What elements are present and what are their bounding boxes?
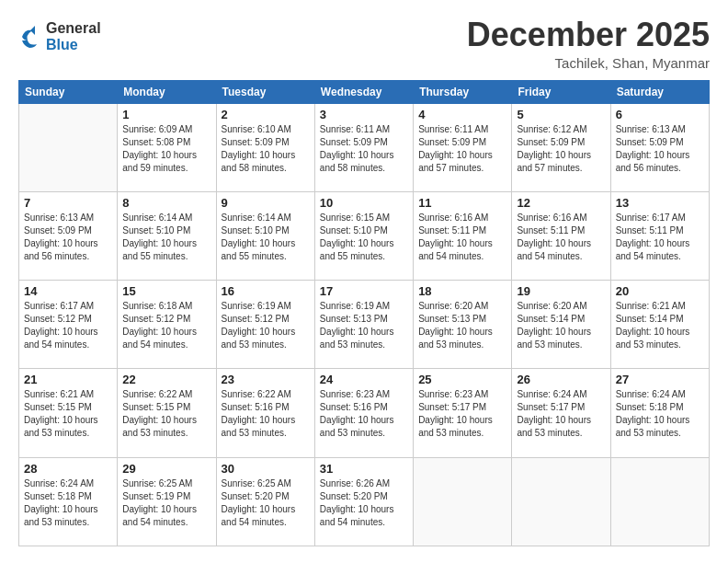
day-cell: 4Sunrise: 6:11 AMSunset: 5:09 PMDaylight… (414, 103, 512, 191)
day-number: 12 (517, 196, 605, 210)
day-cell: 22Sunrise: 6:22 AMSunset: 5:15 PMDayligh… (118, 369, 216, 457)
day-number: 1 (122, 108, 210, 121)
day-info: Sunrise: 6:14 AMSunset: 5:10 PMDaylight:… (122, 212, 210, 263)
day-info: Sunrise: 6:26 AMSunset: 5:20 PMDaylight:… (320, 477, 408, 529)
day-number: 17 (320, 284, 408, 298)
col-header-monday: Monday (118, 80, 216, 103)
day-number: 11 (418, 196, 506, 210)
day-cell (610, 457, 709, 546)
logo: General Blue (18, 20, 101, 54)
day-info: Sunrise: 6:11 AMSunset: 5:09 PMDaylight:… (418, 123, 506, 175)
day-cell: 24Sunrise: 6:23 AMSunset: 5:16 PMDayligh… (314, 369, 413, 457)
day-cell: 18Sunrise: 6:20 AMSunset: 5:13 PMDayligh… (414, 281, 512, 369)
day-number: 13 (616, 196, 704, 210)
header: General Blue December 2025 Tachilek, Sha… (18, 17, 710, 71)
day-info: Sunrise: 6:24 AMSunset: 5:17 PMDaylight:… (517, 388, 605, 440)
day-number: 29 (122, 462, 210, 476)
day-info: Sunrise: 6:22 AMSunset: 5:16 PMDaylight:… (222, 388, 310, 440)
day-number: 15 (122, 284, 210, 298)
day-number: 28 (24, 462, 112, 476)
week-row-4: 21Sunrise: 6:21 AMSunset: 5:15 PMDayligh… (19, 369, 710, 457)
day-number: 16 (222, 284, 310, 298)
day-number: 8 (122, 196, 210, 210)
day-info: Sunrise: 6:20 AMSunset: 5:14 PMDaylight:… (517, 300, 605, 351)
day-cell: 28Sunrise: 6:24 AMSunset: 5:18 PMDayligh… (19, 457, 118, 546)
location-subtitle: Tachilek, Shan, Myanmar (467, 55, 710, 71)
logo-line2: Blue (46, 37, 101, 53)
day-cell: 8Sunrise: 6:14 AMSunset: 5:10 PMDaylight… (118, 191, 216, 280)
calendar-header-row: SundayMondayTuesdayWednesdayThursdayFrid… (19, 80, 710, 103)
day-info: Sunrise: 6:19 AMSunset: 5:13 PMDaylight:… (320, 300, 408, 351)
day-cell: 3Sunrise: 6:11 AMSunset: 5:09 PMDaylight… (314, 103, 413, 191)
day-cell (512, 457, 610, 546)
day-cell (414, 457, 512, 546)
col-header-sunday: Sunday (19, 80, 118, 103)
day-cell: 19Sunrise: 6:20 AMSunset: 5:14 PMDayligh… (512, 281, 610, 369)
day-number: 19 (517, 284, 605, 298)
month-title: December 2025 (467, 17, 710, 53)
day-cell: 23Sunrise: 6:22 AMSunset: 5:16 PMDayligh… (216, 369, 314, 457)
calendar-table: SundayMondayTuesdayWednesdayThursdayFrid… (18, 80, 710, 546)
day-number: 9 (222, 196, 310, 210)
col-header-friday: Friday (512, 80, 610, 103)
day-cell: 13Sunrise: 6:17 AMSunset: 5:11 PMDayligh… (610, 191, 709, 280)
day-info: Sunrise: 6:10 AMSunset: 5:09 PMDaylight:… (222, 123, 310, 175)
day-number: 25 (418, 373, 506, 386)
day-info: Sunrise: 6:24 AMSunset: 5:18 PMDaylight:… (616, 388, 704, 440)
col-header-thursday: Thursday (414, 80, 512, 103)
day-cell: 5Sunrise: 6:12 AMSunset: 5:09 PMDaylight… (512, 103, 610, 191)
day-cell: 27Sunrise: 6:24 AMSunset: 5:18 PMDayligh… (610, 369, 709, 457)
logo-icon (18, 24, 44, 50)
day-number: 6 (616, 108, 704, 121)
day-cell: 15Sunrise: 6:18 AMSunset: 5:12 PMDayligh… (118, 281, 216, 369)
col-header-wednesday: Wednesday (314, 80, 413, 103)
week-row-1: 1Sunrise: 6:09 AMSunset: 5:08 PMDaylight… (19, 103, 710, 191)
day-cell: 1Sunrise: 6:09 AMSunset: 5:08 PMDaylight… (118, 103, 216, 191)
col-header-saturday: Saturday (610, 80, 709, 103)
day-info: Sunrise: 6:17 AMSunset: 5:11 PMDaylight:… (616, 212, 704, 263)
day-cell: 9Sunrise: 6:14 AMSunset: 5:10 PMDaylight… (216, 191, 314, 280)
day-number: 7 (24, 196, 112, 210)
week-row-5: 28Sunrise: 6:24 AMSunset: 5:18 PMDayligh… (19, 457, 710, 546)
day-cell: 21Sunrise: 6:21 AMSunset: 5:15 PMDayligh… (19, 369, 118, 457)
day-number: 24 (320, 373, 408, 386)
week-row-3: 14Sunrise: 6:17 AMSunset: 5:12 PMDayligh… (19, 281, 710, 369)
day-cell: 11Sunrise: 6:16 AMSunset: 5:11 PMDayligh… (414, 191, 512, 280)
day-cell: 25Sunrise: 6:23 AMSunset: 5:17 PMDayligh… (414, 369, 512, 457)
day-cell: 17Sunrise: 6:19 AMSunset: 5:13 PMDayligh… (314, 281, 413, 369)
day-number: 26 (517, 373, 605, 386)
day-cell: 30Sunrise: 6:25 AMSunset: 5:20 PMDayligh… (216, 457, 314, 546)
day-cell: 10Sunrise: 6:15 AMSunset: 5:10 PMDayligh… (314, 191, 413, 280)
day-info: Sunrise: 6:09 AMSunset: 5:08 PMDaylight:… (122, 123, 210, 175)
day-number: 3 (320, 108, 408, 121)
day-info: Sunrise: 6:16 AMSunset: 5:11 PMDaylight:… (418, 212, 506, 263)
day-info: Sunrise: 6:16 AMSunset: 5:11 PMDaylight:… (517, 212, 605, 263)
day-info: Sunrise: 6:18 AMSunset: 5:12 PMDaylight:… (122, 300, 210, 351)
day-number: 5 (517, 108, 605, 121)
col-header-tuesday: Tuesday (216, 80, 314, 103)
week-row-2: 7Sunrise: 6:13 AMSunset: 5:09 PMDaylight… (19, 191, 710, 280)
day-number: 21 (24, 373, 112, 386)
day-cell: 2Sunrise: 6:10 AMSunset: 5:09 PMDaylight… (216, 103, 314, 191)
day-info: Sunrise: 6:24 AMSunset: 5:18 PMDaylight:… (24, 477, 112, 529)
day-number: 2 (222, 108, 310, 121)
day-number: 4 (418, 108, 506, 121)
day-info: Sunrise: 6:23 AMSunset: 5:17 PMDaylight:… (418, 388, 506, 440)
day-info: Sunrise: 6:17 AMSunset: 5:12 PMDaylight:… (24, 300, 112, 351)
day-info: Sunrise: 6:22 AMSunset: 5:15 PMDaylight:… (122, 388, 210, 440)
day-number: 20 (616, 284, 704, 298)
day-info: Sunrise: 6:13 AMSunset: 5:09 PMDaylight:… (616, 123, 704, 175)
page: General Blue December 2025 Tachilek, Sha… (0, 0, 728, 563)
day-cell: 26Sunrise: 6:24 AMSunset: 5:17 PMDayligh… (512, 369, 610, 457)
day-number: 27 (616, 373, 704, 386)
day-info: Sunrise: 6:12 AMSunset: 5:09 PMDaylight:… (517, 123, 605, 175)
day-info: Sunrise: 6:25 AMSunset: 5:20 PMDaylight:… (222, 477, 310, 529)
day-cell: 14Sunrise: 6:17 AMSunset: 5:12 PMDayligh… (19, 281, 118, 369)
day-number: 22 (122, 373, 210, 386)
day-info: Sunrise: 6:23 AMSunset: 5:16 PMDaylight:… (320, 388, 408, 440)
day-info: Sunrise: 6:19 AMSunset: 5:12 PMDaylight:… (222, 300, 310, 351)
day-number: 23 (222, 373, 310, 386)
day-cell: 20Sunrise: 6:21 AMSunset: 5:14 PMDayligh… (610, 281, 709, 369)
day-info: Sunrise: 6:11 AMSunset: 5:09 PMDaylight:… (320, 123, 408, 175)
day-info: Sunrise: 6:13 AMSunset: 5:09 PMDaylight:… (24, 212, 112, 263)
